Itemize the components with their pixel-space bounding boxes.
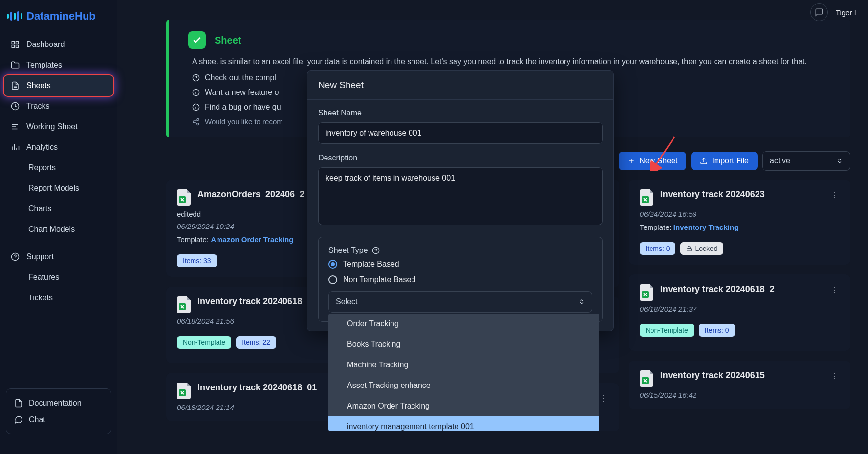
file-icon — [11, 81, 20, 90]
dropdown-option[interactable]: Order Tracking — [328, 314, 599, 334]
sheet-name-input[interactable] — [318, 122, 603, 144]
sidebar-item-dashboard[interactable]: Dashboard — [4, 34, 113, 55]
svg-point-26 — [197, 123, 199, 125]
sidebar-item-tracks[interactable]: Tracks — [4, 96, 113, 116]
sidebar-sub-features[interactable]: Features — [4, 267, 113, 288]
non-template-badge: Non-Template — [640, 324, 694, 337]
template-link[interactable]: Inventory Tracking — [673, 223, 738, 231]
sidebar-item-working-sheet[interactable]: Working Sheet — [4, 116, 113, 137]
status-filter-select[interactable]: active — [762, 151, 850, 171]
template-link[interactable]: Amazon Order Tracking — [211, 235, 293, 244]
doc-icon — [14, 399, 23, 408]
sidebar-doc-link[interactable]: Documentation — [12, 395, 105, 411]
card-date: 06/24/2024 16:59 — [640, 210, 840, 218]
svg-rect-37 — [687, 249, 692, 251]
radio-non-template-based[interactable]: Non Template Based — [328, 275, 592, 284]
folder-icon — [11, 61, 20, 69]
card-template: Template: Inventory Tracking — [640, 223, 840, 231]
new-sheet-button[interactable]: New Sheet — [619, 152, 686, 170]
dropdown-option[interactable]: Asset Tracking enhance — [328, 375, 599, 396]
share-icon — [192, 118, 200, 126]
chart-icon — [11, 143, 20, 152]
description-label: Description — [318, 154, 603, 162]
dropdown-option[interactable]: Machine Tracking — [328, 355, 599, 375]
sidebar-sub-reports[interactable]: Reports — [4, 158, 113, 178]
sidebar-bottom-box: Documentation Chat — [6, 388, 111, 434]
clock-icon — [11, 102, 20, 111]
sidebar-item-label: Tracks — [26, 102, 49, 111]
sidebar-item-templates[interactable]: Templates — [4, 55, 113, 75]
sidebar-item-sheets[interactable]: Sheets — [4, 75, 113, 96]
logo[interactable]: DatamineHub — [0, 5, 117, 34]
help-icon[interactable] — [810, 3, 828, 21]
chat-icon — [14, 415, 23, 424]
chevron-updown-icon — [578, 298, 585, 305]
question-icon — [11, 252, 20, 261]
card-title: Inventory track 20240618_5 — [197, 296, 312, 307]
card-title: Inventory track 20240618_01 — [197, 383, 317, 393]
lock-icon — [686, 246, 692, 251]
logo-icon — [7, 11, 22, 21]
card-date: 06/18/2024 21:37 — [640, 305, 840, 313]
card-title: Inventory track 20240623 — [660, 189, 765, 200]
sidebar-chat-label: Chat — [29, 415, 45, 424]
question-circle-icon — [192, 74, 200, 82]
dropdown-option[interactable]: Books Tracking — [328, 334, 599, 355]
non-template-badge: Non-Template — [177, 336, 231, 349]
new-sheet-modal: New Sheet Sheet Name Description Sheet T… — [307, 70, 614, 331]
sidebar-item-label: Dashboard — [26, 40, 65, 49]
excel-icon — [177, 189, 191, 206]
banner-title: Sheet — [215, 35, 241, 46]
svg-line-27 — [195, 122, 197, 124]
info-circle-icon — [192, 89, 200, 96]
radio-template-based[interactable]: Template Based — [328, 260, 592, 269]
sidebar-sub-tickets[interactable]: Tickets — [4, 288, 113, 308]
sheet-type-label: Sheet Type — [328, 246, 592, 255]
card-title: AmazonOrders_202406_2 — [197, 189, 304, 200]
list-icon — [11, 122, 20, 131]
sidebar-item-label: Sheets — [26, 81, 51, 90]
svg-rect-1 — [16, 41, 19, 44]
import-file-button[interactable]: Import File — [691, 152, 758, 170]
excel-icon — [177, 296, 191, 313]
sheet-card[interactable]: Inventory track 20240623 06/24/2024 16:5… — [629, 180, 850, 265]
grid-icon — [11, 40, 20, 49]
excel-icon — [640, 189, 653, 206]
template-select[interactable]: Select — [328, 291, 592, 313]
dropdown-option[interactable]: Amazon Order Tracking — [328, 396, 599, 416]
sheet-name-label: Sheet Name — [318, 109, 603, 117]
sheet-type-box: Sheet Type Template Based Non Template B… — [318, 237, 603, 322]
card-menu-button[interactable]: ⋮ — [827, 188, 843, 202]
excel-icon — [640, 284, 653, 301]
modal-title: New Sheet — [307, 71, 613, 100]
sidebar-item-support[interactable]: Support — [4, 247, 113, 267]
sheet-card[interactable]: Inventory track 20240618_2 06/18/2024 21… — [629, 274, 850, 351]
chevron-updown-icon — [836, 158, 843, 164]
logo-text: DatamineHub — [26, 10, 96, 23]
sidebar-item-label: Analytics — [26, 143, 58, 152]
sidebar-sub-chart-models[interactable]: Chart Models — [4, 219, 113, 240]
description-input[interactable] — [318, 167, 603, 225]
items-badge: Items: 33 — [177, 254, 217, 267]
upload-icon — [700, 157, 708, 165]
items-badge: Items: 0 — [640, 242, 676, 255]
card-menu-button[interactable]: ⋮ — [827, 369, 843, 383]
sidebar-sub-charts[interactable]: Charts — [4, 199, 113, 219]
svg-point-24 — [197, 118, 199, 120]
sidebar-chat-link[interactable]: Chat — [12, 411, 105, 428]
sidebar-sub-report-models[interactable]: Report Models — [4, 178, 113, 199]
sidebar-item-label: Working Sheet — [26, 122, 78, 131]
sidebar-item-label: Templates — [26, 61, 62, 69]
user-name[interactable]: Tiger L — [836, 8, 858, 17]
sheet-card[interactable]: Inventory track 20240615 06/15/2024 16:4… — [629, 361, 850, 409]
sidebar: DatamineHub Dashboard Templates Sheets T… — [0, 0, 117, 454]
radio-on-icon — [328, 260, 337, 269]
radio-off-icon — [328, 275, 337, 284]
items-badge: Items: 0 — [699, 324, 735, 337]
locked-badge: Locked — [680, 242, 723, 255]
plus-icon — [628, 157, 635, 165]
card-menu-button[interactable]: ⋮ — [827, 283, 843, 296]
sidebar-item-analytics[interactable]: Analytics — [4, 137, 113, 158]
dropdown-option-highlighted[interactable]: inventory management template 001 — [328, 416, 599, 431]
help-circle-icon[interactable] — [372, 247, 380, 254]
